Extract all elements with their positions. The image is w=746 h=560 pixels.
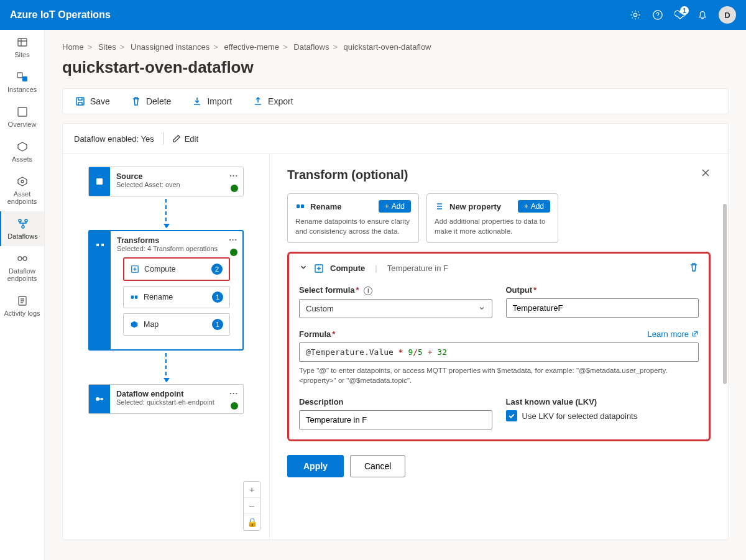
crumb-sites[interactable]: Sites	[98, 42, 116, 52]
svg-point-6	[21, 180, 24, 183]
formula-label: Formula*	[299, 329, 335, 339]
panel-title: Transform (optional)	[287, 168, 711, 182]
workspace-header: Dataflow enabled: Yes Edit	[63, 124, 728, 154]
more-icon[interactable]: ···	[229, 171, 238, 180]
crumb-unassigned[interactable]: Unassigned instances	[131, 42, 210, 52]
nav-asset-endpoints[interactable]: Asset endpoints	[0, 169, 44, 211]
form-head-label: Compute	[330, 264, 365, 273]
svg-rect-22	[297, 204, 300, 208]
op-compute[interactable]: Compute 2	[123, 257, 230, 281]
lkv-label: Last known value (LKV)	[506, 397, 699, 406]
apply-button[interactable]: Apply	[287, 455, 344, 477]
nav-dataflows[interactable]: Dataflows	[0, 211, 44, 246]
svg-rect-16	[101, 244, 104, 246]
toolbar: Save Delete Import Export	[62, 88, 729, 114]
dataflow-enabled-label: Dataflow enabled: Yes	[74, 134, 154, 144]
gear-icon[interactable]	[629, 9, 642, 21]
select-formula-dropdown[interactable]: Custom	[299, 299, 492, 318]
trash-icon[interactable]	[689, 262, 699, 274]
transform-panel: Transform (optional) Rename + Add Rename…	[270, 154, 728, 539]
rename-add-button[interactable]: + Add	[379, 200, 411, 213]
more-icon[interactable]: ···	[229, 388, 238, 398]
connector	[165, 199, 167, 227]
nav-activity-logs[interactable]: Activity logs	[0, 288, 44, 323]
formula-hint: Type "@" to enter datapoints, or access …	[299, 365, 699, 386]
feedback-icon[interactable]: 1	[674, 9, 686, 21]
topbar-icons: 1 D	[629, 6, 736, 24]
svg-point-11	[23, 257, 27, 260]
svg-point-7	[19, 219, 21, 222]
description-field[interactable]	[299, 410, 492, 429]
crumb-instance[interactable]: effective-meme	[224, 42, 279, 52]
save-button[interactable]: Save	[75, 96, 110, 106]
zoom-in-button[interactable]: +	[244, 482, 260, 498]
connector	[165, 353, 167, 382]
op-rename[interactable]: Rename 1	[123, 286, 230, 308]
status-indicator	[230, 249, 237, 256]
workspace: Dataflow enabled: Yes Edit	[62, 123, 729, 540]
bell-icon[interactable]	[696, 9, 709, 21]
select-formula-label: Select formula* i	[299, 285, 492, 295]
svg-point-10	[18, 257, 22, 260]
newprop-add-button[interactable]: + Add	[518, 200, 550, 213]
svg-rect-23	[301, 204, 304, 208]
import-button[interactable]: Import	[192, 96, 232, 106]
avatar[interactable]: D	[719, 6, 736, 24]
svg-rect-5	[18, 108, 27, 116]
svg-point-9	[22, 226, 24, 228]
nav-sites[interactable]: Sites	[0, 30, 44, 65]
export-button[interactable]: Export	[253, 96, 293, 106]
nav-dataflow-endpoints[interactable]: Dataflow endpoints	[0, 246, 44, 288]
node-transforms[interactable]: Transforms Selected: 4 Transform operati…	[88, 230, 244, 351]
cancel-button[interactable]: Cancel	[350, 455, 406, 477]
app-title: Azure IoT Operations	[10, 9, 629, 21]
workspace-content: Source Selected Asset: oven ···	[63, 154, 728, 539]
breadcrumb: Home> Sites> Unassigned instances> effec…	[62, 42, 729, 52]
compute-icon	[314, 264, 324, 273]
svg-point-21	[101, 398, 103, 400]
svg-point-20	[96, 397, 99, 401]
status-indicator	[231, 185, 238, 192]
info-icon[interactable]: i	[364, 287, 372, 295]
crumb-dataflows[interactable]: Dataflows	[293, 42, 329, 52]
canvas-controls: + – 🔒	[243, 481, 260, 531]
chevron-down-icon[interactable]	[299, 263, 308, 273]
endpoint-icon	[89, 385, 110, 413]
output-label: Output*	[506, 285, 699, 295]
svg-rect-4	[22, 76, 27, 81]
svg-rect-2	[18, 39, 27, 46]
top-bar: Azure IoT Operations 1 D	[0, 0, 746, 30]
op-map[interactable]: Map 1	[123, 313, 230, 336]
node-destination[interactable]: Dataflow endpoint Selected: quickstart-e…	[88, 384, 244, 414]
lkv-checkbox[interactable]: Use LKV for selected datapoints	[506, 410, 699, 421]
nav-instances[interactable]: Instances	[0, 65, 44, 99]
page-title: quickstart-oven-dataflow	[62, 58, 729, 77]
nav-overview[interactable]: Overview	[0, 99, 44, 134]
help-icon[interactable]	[652, 9, 664, 21]
close-icon[interactable]	[701, 168, 711, 180]
svg-rect-14	[96, 178, 103, 185]
crumb-current: quickstart-oven-dataflow	[344, 42, 431, 52]
learn-more-link[interactable]: Learn more	[648, 329, 699, 339]
more-icon[interactable]: ···	[229, 235, 237, 244]
main-content: Home> Sites> Unassigned instances> effec…	[45, 30, 746, 560]
node-source[interactable]: Source Selected Asset: oven ···	[88, 167, 244, 196]
left-nav: Sites Instances Overview Assets Asset en…	[0, 30, 45, 560]
formula-field[interactable]: @Temperature.Value * 9/5 + 32	[299, 342, 699, 362]
scrollbar[interactable]	[723, 204, 727, 384]
nav-assets[interactable]: Assets	[0, 134, 44, 169]
dataflow-canvas[interactable]: Source Selected Asset: oven ···	[63, 154, 270, 539]
delete-button[interactable]: Delete	[131, 96, 171, 106]
output-field[interactable]	[506, 298, 699, 318]
lock-button[interactable]: 🔒	[244, 514, 260, 530]
svg-point-0	[633, 13, 637, 16]
zoom-out-button[interactable]: –	[244, 498, 260, 514]
rename-card: Rename + Add Rename datapoints to ensure…	[287, 193, 419, 243]
notification-badge: 1	[680, 6, 689, 15]
edit-button[interactable]: Edit	[172, 134, 198, 144]
form-head-value: Temperature in F	[387, 264, 448, 273]
newprop-card: New property + Add Add additional proper…	[426, 193, 558, 243]
svg-rect-15	[96, 244, 99, 246]
crumb-home[interactable]: Home	[62, 42, 84, 52]
svg-rect-3	[17, 73, 22, 78]
